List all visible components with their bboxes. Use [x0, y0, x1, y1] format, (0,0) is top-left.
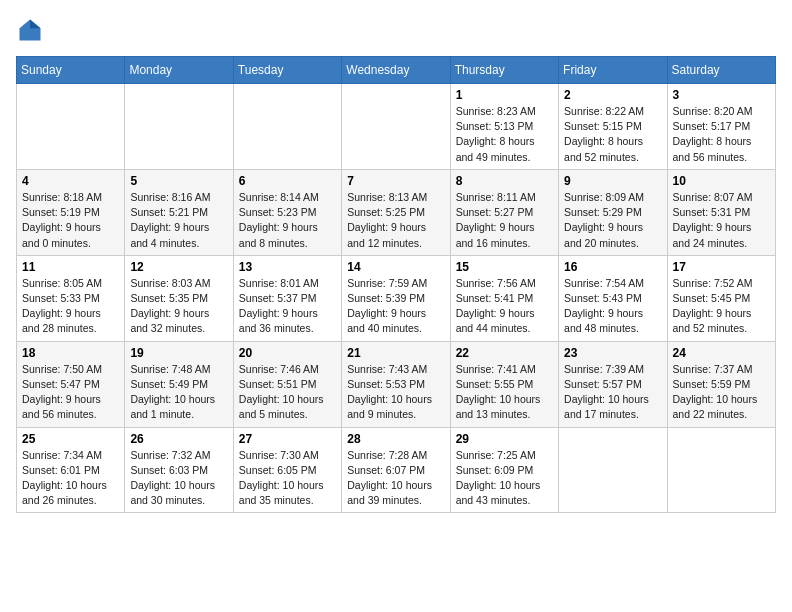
calendar-cell: 8Sunrise: 8:11 AM Sunset: 5:27 PM Daylig…: [450, 169, 558, 255]
day-number: 1: [456, 88, 553, 102]
calendar-cell: 19Sunrise: 7:48 AM Sunset: 5:49 PM Dayli…: [125, 341, 233, 427]
day-number: 11: [22, 260, 119, 274]
day-number: 8: [456, 174, 553, 188]
weekday-header-wednesday: Wednesday: [342, 57, 450, 84]
calendar-cell: 29Sunrise: 7:25 AM Sunset: 6:09 PM Dayli…: [450, 427, 558, 513]
weekday-header-thursday: Thursday: [450, 57, 558, 84]
calendar-cell: 1Sunrise: 8:23 AM Sunset: 5:13 PM Daylig…: [450, 84, 558, 170]
calendar-cell: 9Sunrise: 8:09 AM Sunset: 5:29 PM Daylig…: [559, 169, 667, 255]
calendar-cell: 4Sunrise: 8:18 AM Sunset: 5:19 PM Daylig…: [17, 169, 125, 255]
day-info: Sunrise: 7:59 AM Sunset: 5:39 PM Dayligh…: [347, 276, 444, 337]
day-number: 13: [239, 260, 336, 274]
day-info: Sunrise: 8:22 AM Sunset: 5:15 PM Dayligh…: [564, 104, 661, 165]
weekday-header-monday: Monday: [125, 57, 233, 84]
logo-icon: [16, 16, 44, 44]
day-info: Sunrise: 7:54 AM Sunset: 5:43 PM Dayligh…: [564, 276, 661, 337]
day-number: 18: [22, 346, 119, 360]
day-number: 22: [456, 346, 553, 360]
day-number: 20: [239, 346, 336, 360]
day-info: Sunrise: 7:46 AM Sunset: 5:51 PM Dayligh…: [239, 362, 336, 423]
calendar-cell: 23Sunrise: 7:39 AM Sunset: 5:57 PM Dayli…: [559, 341, 667, 427]
logo: [16, 16, 48, 44]
day-number: 14: [347, 260, 444, 274]
day-info: Sunrise: 8:05 AM Sunset: 5:33 PM Dayligh…: [22, 276, 119, 337]
week-row-3: 18Sunrise: 7:50 AM Sunset: 5:47 PM Dayli…: [17, 341, 776, 427]
calendar-cell: 10Sunrise: 8:07 AM Sunset: 5:31 PM Dayli…: [667, 169, 775, 255]
day-info: Sunrise: 8:03 AM Sunset: 5:35 PM Dayligh…: [130, 276, 227, 337]
calendar-cell: [17, 84, 125, 170]
day-info: Sunrise: 7:43 AM Sunset: 5:53 PM Dayligh…: [347, 362, 444, 423]
svg-marker-1: [30, 20, 41, 29]
day-number: 6: [239, 174, 336, 188]
calendar-cell: 22Sunrise: 7:41 AM Sunset: 5:55 PM Dayli…: [450, 341, 558, 427]
calendar-cell: [125, 84, 233, 170]
calendar-cell: 24Sunrise: 7:37 AM Sunset: 5:59 PM Dayli…: [667, 341, 775, 427]
calendar-cell: 14Sunrise: 7:59 AM Sunset: 5:39 PM Dayli…: [342, 255, 450, 341]
day-info: Sunrise: 8:14 AM Sunset: 5:23 PM Dayligh…: [239, 190, 336, 251]
day-number: 25: [22, 432, 119, 446]
day-info: Sunrise: 7:32 AM Sunset: 6:03 PM Dayligh…: [130, 448, 227, 509]
calendar-cell: 7Sunrise: 8:13 AM Sunset: 5:25 PM Daylig…: [342, 169, 450, 255]
calendar-cell: 20Sunrise: 7:46 AM Sunset: 5:51 PM Dayli…: [233, 341, 341, 427]
calendar-header: SundayMondayTuesdayWednesdayThursdayFrid…: [17, 57, 776, 84]
day-number: 28: [347, 432, 444, 446]
day-info: Sunrise: 8:11 AM Sunset: 5:27 PM Dayligh…: [456, 190, 553, 251]
day-info: Sunrise: 7:39 AM Sunset: 5:57 PM Dayligh…: [564, 362, 661, 423]
day-number: 17: [673, 260, 770, 274]
calendar-cell: 3Sunrise: 8:20 AM Sunset: 5:17 PM Daylig…: [667, 84, 775, 170]
day-number: 19: [130, 346, 227, 360]
week-row-0: 1Sunrise: 8:23 AM Sunset: 5:13 PM Daylig…: [17, 84, 776, 170]
calendar-cell: 25Sunrise: 7:34 AM Sunset: 6:01 PM Dayli…: [17, 427, 125, 513]
calendar-table: SundayMondayTuesdayWednesdayThursdayFrid…: [16, 56, 776, 513]
day-info: Sunrise: 8:20 AM Sunset: 5:17 PM Dayligh…: [673, 104, 770, 165]
day-info: Sunrise: 8:16 AM Sunset: 5:21 PM Dayligh…: [130, 190, 227, 251]
day-number: 16: [564, 260, 661, 274]
week-row-1: 4Sunrise: 8:18 AM Sunset: 5:19 PM Daylig…: [17, 169, 776, 255]
day-info: Sunrise: 8:09 AM Sunset: 5:29 PM Dayligh…: [564, 190, 661, 251]
week-row-2: 11Sunrise: 8:05 AM Sunset: 5:33 PM Dayli…: [17, 255, 776, 341]
calendar-cell: 27Sunrise: 7:30 AM Sunset: 6:05 PM Dayli…: [233, 427, 341, 513]
calendar-cell: 2Sunrise: 8:22 AM Sunset: 5:15 PM Daylig…: [559, 84, 667, 170]
day-info: Sunrise: 7:48 AM Sunset: 5:49 PM Dayligh…: [130, 362, 227, 423]
day-info: Sunrise: 8:23 AM Sunset: 5:13 PM Dayligh…: [456, 104, 553, 165]
calendar-cell: 13Sunrise: 8:01 AM Sunset: 5:37 PM Dayli…: [233, 255, 341, 341]
day-number: 26: [130, 432, 227, 446]
day-number: 15: [456, 260, 553, 274]
day-info: Sunrise: 7:28 AM Sunset: 6:07 PM Dayligh…: [347, 448, 444, 509]
day-number: 4: [22, 174, 119, 188]
day-number: 9: [564, 174, 661, 188]
calendar-cell: [559, 427, 667, 513]
day-info: Sunrise: 7:41 AM Sunset: 5:55 PM Dayligh…: [456, 362, 553, 423]
calendar-cell: 5Sunrise: 8:16 AM Sunset: 5:21 PM Daylig…: [125, 169, 233, 255]
calendar-body: 1Sunrise: 8:23 AM Sunset: 5:13 PM Daylig…: [17, 84, 776, 513]
day-info: Sunrise: 8:13 AM Sunset: 5:25 PM Dayligh…: [347, 190, 444, 251]
day-number: 10: [673, 174, 770, 188]
day-info: Sunrise: 7:50 AM Sunset: 5:47 PM Dayligh…: [22, 362, 119, 423]
day-info: Sunrise: 8:18 AM Sunset: 5:19 PM Dayligh…: [22, 190, 119, 251]
day-info: Sunrise: 7:37 AM Sunset: 5:59 PM Dayligh…: [673, 362, 770, 423]
calendar-cell: 18Sunrise: 7:50 AM Sunset: 5:47 PM Dayli…: [17, 341, 125, 427]
calendar-cell: 17Sunrise: 7:52 AM Sunset: 5:45 PM Dayli…: [667, 255, 775, 341]
day-number: 12: [130, 260, 227, 274]
calendar-cell: 11Sunrise: 8:05 AM Sunset: 5:33 PM Dayli…: [17, 255, 125, 341]
day-number: 21: [347, 346, 444, 360]
day-info: Sunrise: 7:52 AM Sunset: 5:45 PM Dayligh…: [673, 276, 770, 337]
weekday-header-tuesday: Tuesday: [233, 57, 341, 84]
page-header: [16, 16, 776, 44]
calendar-cell: [667, 427, 775, 513]
week-row-4: 25Sunrise: 7:34 AM Sunset: 6:01 PM Dayli…: [17, 427, 776, 513]
day-number: 29: [456, 432, 553, 446]
day-info: Sunrise: 7:34 AM Sunset: 6:01 PM Dayligh…: [22, 448, 119, 509]
day-number: 7: [347, 174, 444, 188]
calendar-cell: 26Sunrise: 7:32 AM Sunset: 6:03 PM Dayli…: [125, 427, 233, 513]
day-number: 5: [130, 174, 227, 188]
calendar-cell: 16Sunrise: 7:54 AM Sunset: 5:43 PM Dayli…: [559, 255, 667, 341]
calendar-cell: 15Sunrise: 7:56 AM Sunset: 5:41 PM Dayli…: [450, 255, 558, 341]
day-info: Sunrise: 7:30 AM Sunset: 6:05 PM Dayligh…: [239, 448, 336, 509]
day-number: 23: [564, 346, 661, 360]
day-number: 3: [673, 88, 770, 102]
day-info: Sunrise: 7:56 AM Sunset: 5:41 PM Dayligh…: [456, 276, 553, 337]
calendar-cell: [342, 84, 450, 170]
day-info: Sunrise: 8:07 AM Sunset: 5:31 PM Dayligh…: [673, 190, 770, 251]
day-number: 24: [673, 346, 770, 360]
